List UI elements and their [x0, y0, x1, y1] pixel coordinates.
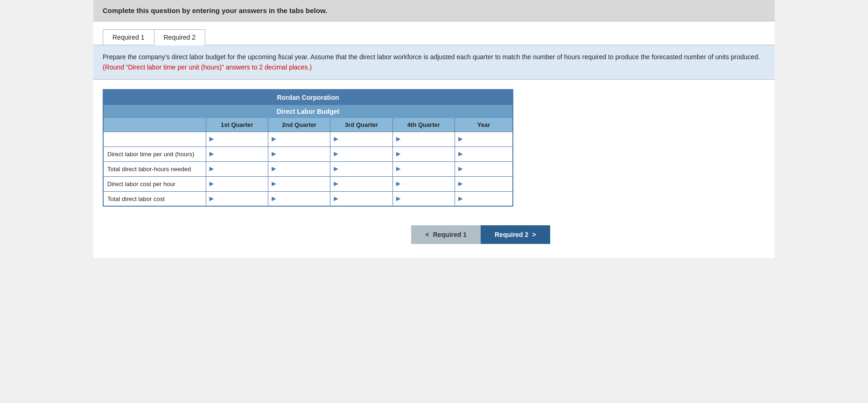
description-main: Prepare the company’s direct labor budge…	[103, 53, 760, 61]
input-labor-time-year[interactable]	[465, 150, 511, 159]
arrow-icon: ►	[395, 135, 402, 143]
row-cost-per-hour-q2[interactable]: ►	[268, 176, 330, 191]
input-labor-time-q2[interactable]	[279, 150, 329, 159]
prev-label: Required 1	[433, 231, 467, 238]
input-total-hours-q3[interactable]	[341, 165, 391, 174]
row-total-cost-q1[interactable]: ►	[206, 191, 268, 206]
input-cost-per-hour-q1[interactable]	[216, 180, 266, 188]
row-labor-time-q4[interactable]: ►	[392, 146, 455, 161]
instruction-bar: Complete this question by entering your …	[93, 0, 775, 21]
row-total-hours-q2[interactable]: ►	[268, 161, 330, 176]
prev-button[interactable]: < Required 1	[411, 225, 481, 244]
input-total-cost-q4[interactable]	[403, 195, 453, 203]
arrow-icon: ►	[208, 135, 216, 143]
arrow-icon: ►	[457, 150, 464, 158]
row-total-hours-q3[interactable]: ►	[330, 161, 392, 176]
tabs-area: Required 1 Required 2	[93, 21, 775, 45]
row-total-hours-label: Total direct labor-hours needed	[103, 161, 206, 176]
arrow-icon: ►	[457, 180, 464, 188]
arrow-icon: ►	[208, 180, 216, 188]
arrow-icon: ►	[270, 150, 278, 158]
arrow-icon: ►	[270, 195, 278, 203]
company-name: Rordan Corporation	[103, 90, 513, 105]
table-row-blank: ► ► ►	[103, 132, 513, 146]
input-cost-per-hour-q4[interactable]	[403, 180, 453, 188]
arrow-icon: ►	[332, 165, 340, 173]
input-labor-time-q1[interactable]	[216, 150, 266, 159]
instruction-text: Complete this question by entering your …	[103, 7, 327, 14]
row-cost-per-hour-q4[interactable]: ►	[392, 176, 455, 191]
prev-arrow: <	[425, 231, 429, 238]
row-blank-q3[interactable]: ►	[330, 132, 392, 146]
arrow-icon: ►	[457, 135, 464, 143]
arrow-icon: ►	[395, 165, 402, 173]
description-red: (Round “Direct labor time per unit (hour…	[103, 63, 312, 71]
table-columns-row: 1st Quarter 2nd Quarter 3rd Quarter 4th …	[103, 118, 513, 132]
input-total-hours-q4[interactable]	[403, 165, 453, 174]
budget-title: Direct Labor Budget	[103, 105, 513, 118]
arrow-icon: ►	[270, 165, 278, 173]
row-total-hours-year[interactable]: ►	[455, 161, 513, 176]
row-cost-per-hour-label: Direct labor cost per hour	[103, 176, 206, 191]
arrow-icon: ►	[332, 195, 340, 203]
tab-required1[interactable]: Required 1	[103, 29, 154, 45]
input-blank-year[interactable]	[465, 135, 511, 144]
arrow-icon: ►	[395, 195, 402, 203]
table-section: Rordan Corporation Direct Labor Budget 1…	[93, 80, 775, 221]
row-cost-per-hour-year[interactable]: ►	[455, 176, 513, 191]
input-blank-q2[interactable]	[279, 135, 329, 144]
description-box: Prepare the company’s direct labor budge…	[93, 45, 775, 80]
input-blank-q4[interactable]	[403, 135, 453, 144]
input-cost-per-hour-year[interactable]	[465, 180, 511, 188]
row-labor-time-year[interactable]: ►	[455, 146, 513, 161]
row-blank-q4[interactable]: ►	[392, 132, 455, 146]
row-blank-q1[interactable]: ►	[206, 132, 268, 146]
input-total-cost-q3[interactable]	[341, 195, 391, 203]
row-total-hours-q1[interactable]: ►	[206, 161, 268, 176]
row-cost-per-hour-q1[interactable]: ►	[206, 176, 268, 191]
row-labor-time-label: Direct labor time per unit (hours)	[103, 146, 206, 161]
arrow-icon: ►	[395, 180, 402, 188]
col-header-q2: 2nd Quarter	[268, 118, 330, 132]
row-total-cost-year[interactable]: ►	[455, 191, 513, 206]
table-row-cost-per-hour: Direct labor cost per hour ► ►	[103, 176, 513, 191]
input-total-cost-year[interactable]	[465, 195, 511, 203]
page-wrapper: Complete this question by entering your …	[93, 0, 775, 258]
input-labor-time-q4[interactable]	[403, 150, 453, 159]
input-cost-per-hour-q2[interactable]	[279, 180, 329, 188]
row-total-cost-q4[interactable]: ►	[392, 191, 455, 206]
input-blank-q1[interactable]	[216, 135, 266, 144]
table-row-labor-time: Direct labor time per unit (hours) ► ►	[103, 146, 513, 161]
input-total-hours-q1[interactable]	[216, 165, 266, 174]
row-blank-year[interactable]: ►	[455, 132, 513, 146]
tab-required2[interactable]: Required 2	[154, 29, 206, 45]
arrow-icon: ►	[270, 135, 278, 143]
input-total-cost-q2[interactable]	[279, 195, 329, 203]
nav-buttons: < Required 1 Required 2 >	[187, 221, 775, 258]
col-header-label	[103, 118, 206, 132]
col-header-year: Year	[455, 118, 513, 132]
row-blank-q2[interactable]: ►	[268, 132, 330, 146]
table-row-total-cost: Total direct labor cost ► ►	[103, 191, 513, 206]
row-cost-per-hour-q3[interactable]: ►	[330, 176, 392, 191]
next-button[interactable]: Required 2 >	[481, 225, 550, 244]
row-total-hours-q4[interactable]: ►	[392, 161, 455, 176]
row-labor-time-q1[interactable]: ►	[206, 146, 268, 161]
arrow-icon: ►	[208, 195, 216, 203]
input-total-hours-year[interactable]	[465, 165, 511, 174]
content-area: Prepare the company’s direct labor budge…	[93, 45, 775, 258]
arrow-icon: ►	[208, 165, 216, 173]
col-header-q3: 3rd Quarter	[330, 118, 392, 132]
col-header-q1: 1st Quarter	[206, 118, 268, 132]
row-total-cost-label: Total direct labor cost	[103, 191, 206, 206]
input-total-cost-q1[interactable]	[216, 195, 266, 203]
row-blank-label	[103, 132, 206, 146]
input-cost-per-hour-q3[interactable]	[341, 180, 391, 188]
input-blank-q3[interactable]	[341, 135, 391, 144]
input-labor-time-q3[interactable]	[341, 150, 391, 159]
row-labor-time-q3[interactable]: ►	[330, 146, 392, 161]
row-total-cost-q3[interactable]: ►	[330, 191, 392, 206]
row-labor-time-q2[interactable]: ►	[268, 146, 330, 161]
input-total-hours-q2[interactable]	[279, 165, 329, 174]
row-total-cost-q2[interactable]: ►	[268, 191, 330, 206]
